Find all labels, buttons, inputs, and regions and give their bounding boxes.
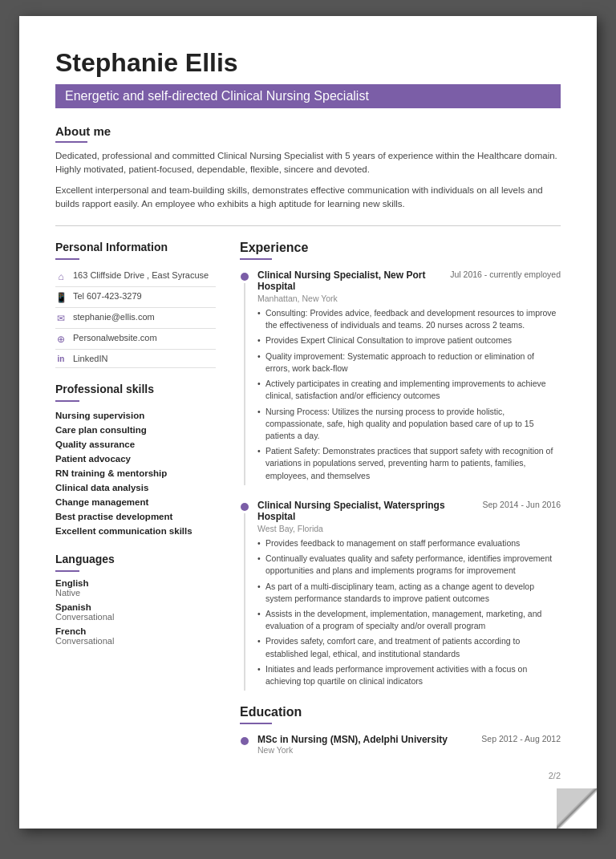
education-title: Education (240, 705, 561, 719)
exp-title-1: Clinical Nursing Specialist, New Port Ho… (257, 269, 445, 292)
exp-bullet-2-6: Initiates and leads performance improvem… (257, 663, 561, 687)
skills-divider (55, 400, 79, 402)
candidate-name: Stephanie Ellis (55, 48, 561, 78)
edu-dates-1: Sep 2012 - Aug 2012 (481, 734, 561, 744)
experience-title: Experience (240, 241, 561, 255)
about-title: About me (55, 124, 561, 138)
email-text: stephanie@ellis.com (73, 312, 155, 322)
exp-content-1: Clinical Nursing Specialist, New Port Ho… (257, 269, 561, 485)
lang-spanish-name: Spanish (55, 602, 216, 612)
exp-bullet-1-6: Patient Safety: Demonstrates practices t… (257, 445, 561, 482)
exp-dot-2 (241, 503, 249, 511)
main-divider (55, 225, 561, 226)
exp-dates-1: Jul 2016 - currently employed (450, 269, 561, 279)
education-divider (240, 723, 272, 724)
exp-item-2: Clinical Nursing Specialist, Waterspring… (240, 500, 561, 691)
skill-1: Nursing supervision (55, 408, 216, 423)
personal-info-email: ✉ stephanie@ellis.com (55, 308, 216, 329)
personal-info-phone: 📱 Tel 607-423-3279 (55, 287, 216, 308)
exp-dates-2: Sep 2014 - Jun 2016 (483, 500, 561, 509)
exp-title-2: Clinical Nursing Specialist, Waterspring… (257, 500, 478, 522)
skill-4: Patient advocacy (55, 452, 216, 466)
skill-5: RN training & mentorship (55, 466, 216, 480)
website-text: Personalwebsite.com (73, 333, 157, 342)
edu-location-1: New York (257, 745, 561, 755)
about-section: About me Dedicated, professional and com… (55, 124, 561, 211)
website-icon: ⊕ (55, 334, 67, 345)
personal-info-title: Personal Information (55, 241, 216, 253)
exp-line-2 (244, 513, 245, 691)
address-text: 163 Cliffside Drive , East Syracuse (73, 270, 209, 280)
exp-bullets-1: Consulting: Provides advice, feedback an… (257, 307, 561, 482)
lang-french-level: Conversational (55, 636, 216, 646)
phone-icon: 📱 (55, 292, 67, 303)
candidate-title: Energetic and self-directed Clinical Nur… (65, 89, 369, 103)
lang-english-level: Native (55, 588, 216, 598)
edu-dot-1 (241, 737, 249, 745)
edu-dot-container (240, 734, 249, 755)
personal-info-website: ⊕ Personalwebsite.com (55, 329, 216, 350)
exp-bullet-1-2: Provides Expert Clinical Consultation to… (257, 334, 561, 346)
linkedin-text: LinkedIN (73, 354, 107, 363)
exp-dot-line-1 (240, 269, 249, 485)
exp-location-2: West Bay, Florida (257, 524, 561, 533)
exp-bullet-2-1: Provides feedback to management on staff… (257, 537, 561, 549)
two-col-layout: Personal Information ⌂ 163 Cliffside Dri… (55, 241, 561, 755)
exp-bullets-2: Provides feedback to management on staff… (257, 537, 561, 687)
header-title-bar: Energetic and self-directed Clinical Nur… (55, 84, 561, 108)
skill-8: Best practise development (55, 509, 216, 524)
exp-bullet-2-4: Assists in the development, implementati… (257, 608, 561, 632)
exp-header-1: Clinical Nursing Specialist, New Port Ho… (257, 269, 561, 292)
right-column: Experience Clinical Nursing Specialist, … (240, 241, 561, 755)
skill-6: Clinical data analysis (55, 480, 216, 495)
lang-english-name: English (55, 578, 216, 588)
skill-9: Excellent communication skills (55, 524, 216, 538)
edu-item-1: MSc in Nursing (MSN), Adelphi University… (240, 734, 561, 755)
skill-2: Care plan consulting (55, 423, 216, 437)
about-para-1: Dedicated, professional and committed Cl… (55, 149, 561, 177)
lang-french: French Conversational (55, 626, 216, 646)
exp-line-1 (244, 283, 245, 485)
resume-paper: Stephanie Ellis Energetic and self-direc… (19, 16, 597, 829)
about-para-2: Excellent interpersonal and team-buildin… (55, 184, 561, 212)
skills-title: Professional skills (55, 383, 216, 395)
left-column: Personal Information ⌂ 163 Cliffside Dri… (55, 241, 216, 755)
exp-bullet-2-2: Continually evaluates quality and safety… (257, 553, 561, 577)
personal-info-address: ⌂ 163 Cliffside Drive , East Syracuse (55, 266, 216, 287)
exp-dot-1 (241, 273, 249, 281)
exp-bullet-1-5: Nursing Process: Utilizes the nursing pr… (257, 406, 561, 443)
exp-location-1: Manhattan, New York (257, 294, 561, 303)
email-icon: ✉ (55, 313, 67, 324)
exp-item-1: Clinical Nursing Specialist, New Port Ho… (240, 269, 561, 485)
exp-bullet-1-4: Actively participates in creating and im… (257, 378, 561, 402)
exp-content-2: Clinical Nursing Specialist, Waterspring… (257, 500, 561, 691)
languages-divider (55, 570, 79, 572)
edu-content-1: MSc in Nursing (MSN), Adelphi University… (257, 734, 561, 755)
exp-bullet-2-3: As part of a multi-disciplinary team, ac… (257, 581, 561, 605)
skill-3: Quality assurance (55, 437, 216, 452)
linkedin-icon: in (55, 355, 67, 363)
phone-text: Tel 607-423-3279 (73, 291, 142, 301)
languages-title: Languages (55, 553, 216, 565)
exp-bullet-1-3: Quality improvement: Systematic approach… (257, 350, 561, 375)
exp-bullet-1-1: Consulting: Provides advice, feedback an… (257, 307, 561, 331)
lang-spanish-level: Conversational (55, 612, 216, 622)
experience-divider (240, 258, 272, 260)
exp-dot-line-2 (240, 500, 249, 691)
edu-header-1: MSc in Nursing (MSN), Adelphi University… (257, 734, 561, 745)
personal-info-linkedin: in LinkedIN (55, 350, 216, 368)
lang-english: English Native (55, 578, 216, 598)
address-icon: ⌂ (55, 271, 67, 282)
personal-info-divider (55, 258, 79, 260)
edu-title-1: MSc in Nursing (MSN), Adelphi University (257, 734, 448, 745)
skill-7: Change management (55, 495, 216, 509)
exp-bullet-2-5: Provides safety, comfort care, and treat… (257, 635, 561, 659)
lang-french-name: French (55, 626, 216, 636)
lang-spanish: Spanish Conversational (55, 602, 216, 622)
about-divider (55, 141, 87, 143)
page-number: 2/2 (55, 771, 561, 780)
exp-header-2: Clinical Nursing Specialist, Waterspring… (257, 500, 561, 522)
